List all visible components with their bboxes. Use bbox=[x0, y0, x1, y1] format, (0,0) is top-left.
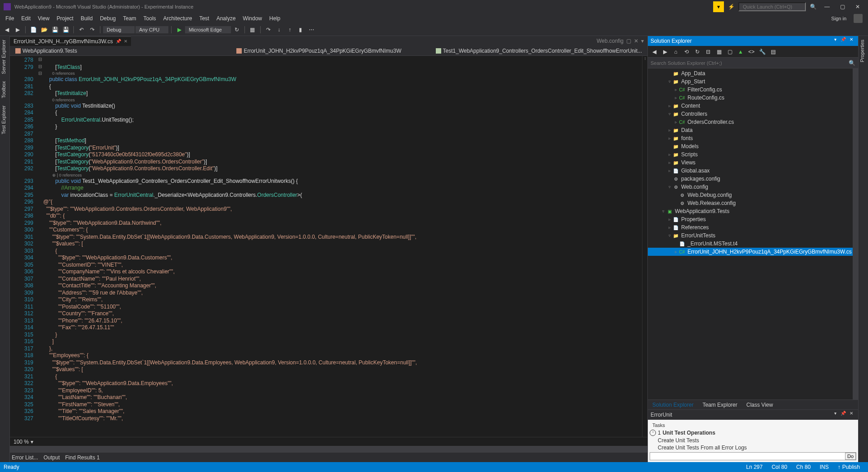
tree-item[interactable]: ▹C#FilterConfig.cs bbox=[648, 86, 858, 94]
menu-project[interactable]: Project bbox=[53, 14, 77, 23]
menu-build[interactable]: Build bbox=[77, 14, 96, 23]
tree-item[interactable]: ▹📁Data bbox=[648, 126, 858, 134]
menu-analyze[interactable]: Analyze bbox=[213, 14, 240, 23]
window-dropdown-icon[interactable]: ▾ bbox=[831, 37, 839, 45]
minimize-button[interactable]: — bbox=[820, 1, 834, 12]
menu-team[interactable]: Team bbox=[119, 14, 140, 23]
close-icon[interactable]: ✕ bbox=[847, 411, 855, 419]
se-view-icon[interactable]: ▤ bbox=[769, 47, 778, 56]
do-button[interactable]: Do bbox=[845, 453, 856, 460]
code-editor[interactable]: [TestClass] 0 references public class Er… bbox=[43, 56, 642, 437]
tree-item[interactable]: ▹📄Properties bbox=[648, 215, 858, 223]
side-tab-test-explorer[interactable]: Test Explorer bbox=[0, 102, 9, 138]
tab-close-icon[interactable]: ✕ bbox=[634, 38, 638, 44]
save-button[interactable]: 💾 bbox=[50, 25, 60, 35]
search-icon[interactable]: 🔍 bbox=[849, 60, 855, 66]
step-over-icon[interactable]: ↷ bbox=[263, 25, 273, 35]
menu-edit[interactable]: Edit bbox=[18, 14, 34, 23]
tree-item[interactable]: ⚙Web.Release.config bbox=[648, 199, 858, 207]
user-avatar-icon[interactable] bbox=[854, 14, 863, 23]
task-item-create[interactable]: Create Unit Tests bbox=[650, 437, 856, 444]
method-dropdown[interactable]: Test1_WebApplication9_Controllers_Orders… bbox=[432, 47, 646, 55]
menu-test[interactable]: Test bbox=[196, 14, 213, 23]
zoom-level[interactable]: 100 % bbox=[14, 439, 29, 445]
se-search-input[interactable] bbox=[651, 60, 849, 66]
quick-launch-input[interactable] bbox=[738, 2, 806, 11]
class-dropdown[interactable]: ErrorUnit_JOHN_H2kvP9Pouz1qA_34PpKGiEGry… bbox=[233, 47, 405, 55]
window-dropdown-icon[interactable]: ▾ bbox=[831, 411, 839, 419]
tree-item[interactable]: ▿📁App_Start bbox=[648, 77, 858, 86]
tb-icon-2[interactable]: ⋯ bbox=[307, 25, 316, 35]
output-tab-error-list---[interactable]: Error List... bbox=[12, 454, 38, 461]
se-pending-icon[interactable]: ▲ bbox=[736, 47, 745, 56]
browser-dropdown[interactable]: Microsoft Edge bbox=[185, 26, 231, 33]
tree-item[interactable]: ▹📄References bbox=[648, 223, 858, 231]
sign-in-link[interactable]: Sign in bbox=[831, 16, 850, 21]
refresh-icon[interactable]: ↻ bbox=[232, 25, 242, 35]
split-arrow-icon[interactable]: ↕ bbox=[642, 56, 647, 61]
tree-item[interactable]: ▹📁Scripts bbox=[648, 150, 858, 159]
tree-item[interactable]: ▹C#OrdersController.cs bbox=[648, 118, 858, 126]
step-out-icon[interactable]: ↑ bbox=[285, 25, 295, 35]
tree-item[interactable]: ⚙Web.Debug.config bbox=[648, 191, 858, 199]
feedback-icon[interactable]: ⚡ bbox=[726, 1, 737, 12]
side-tab-server-explorer[interactable]: Server Explorer bbox=[0, 36, 9, 77]
close-button[interactable]: ✕ bbox=[851, 1, 864, 12]
task-group[interactable]: ⌃ 1 Unit Test Operations bbox=[650, 429, 856, 437]
tree-item[interactable]: ▿📁ErrorUnitTests bbox=[648, 231, 858, 240]
menu-view[interactable]: View bbox=[34, 14, 53, 23]
solution-explorer-search[interactable]: 🔍 bbox=[648, 58, 858, 68]
output-tab-find-results-1[interactable]: Find Results 1 bbox=[65, 454, 100, 461]
tree-item[interactable]: ⚙packages.config bbox=[648, 175, 858, 183]
tree-item[interactable]: ▹📁Content bbox=[648, 102, 858, 110]
tab-promote-icon[interactable]: ▢ bbox=[626, 38, 631, 44]
se-tab-team-explorer[interactable]: Team Explorer bbox=[698, 400, 741, 409]
tree-item[interactable]: 📁App_Data bbox=[648, 69, 858, 77]
tree-item[interactable]: ▹📁fonts bbox=[648, 134, 858, 142]
expand-icon[interactable]: ⌃ bbox=[650, 430, 656, 436]
platform-dropdown[interactable]: Any CPU bbox=[136, 26, 168, 33]
project-dropdown[interactable]: WebApplication9.Tests bbox=[12, 47, 81, 55]
se-properties-icon[interactable]: 🔧 bbox=[758, 47, 767, 56]
menu-file[interactable]: File bbox=[2, 14, 18, 23]
se-tab-class-view[interactable]: Class View bbox=[742, 400, 778, 409]
fold-column[interactable]: ⊟⊟⊟ bbox=[37, 56, 43, 437]
start-debug-button[interactable]: ▶ bbox=[174, 25, 184, 35]
tree-item[interactable]: ▿⚙Web.config bbox=[648, 183, 858, 191]
nav-forward-button[interactable]: ▶ bbox=[13, 25, 23, 35]
nav-back-button[interactable]: ◀ bbox=[2, 25, 12, 35]
se-sync-icon[interactable]: ⟲ bbox=[682, 47, 691, 56]
notification-icon[interactable]: ▾ bbox=[713, 1, 724, 12]
se-code-icon[interactable]: <> bbox=[747, 47, 756, 56]
active-document-tab[interactable]: ErrorUnit_JOHN_H...ryGBmvfNImu3W.cs 📌 ✕ bbox=[10, 36, 131, 46]
properties-tab[interactable]: Properties bbox=[859, 36, 868, 66]
tree-scrollbar[interactable] bbox=[853, 68, 858, 399]
maximize-button[interactable]: ▢ bbox=[836, 1, 849, 12]
new-project-button[interactable]: 📄 bbox=[28, 25, 38, 35]
save-all-button[interactable]: 💾 bbox=[61, 25, 71, 35]
tab-close-icon[interactable]: ✕ bbox=[124, 39, 127, 44]
config-dropdown[interactable]: Debug bbox=[103, 26, 135, 33]
zoom-dropdown-icon[interactable]: ▾ bbox=[31, 439, 33, 445]
redo-button[interactable]: ↷ bbox=[87, 25, 97, 35]
tree-item[interactable]: ▿📁Controllers bbox=[648, 110, 858, 118]
tree-item[interactable]: 📄_ErrorUnit.MSTest.t4 bbox=[648, 240, 858, 248]
menu-help[interactable]: Help bbox=[266, 14, 284, 23]
se-preview-icon[interactable]: ▢ bbox=[725, 47, 734, 56]
bookmark-icon[interactable]: ▮ bbox=[296, 25, 306, 35]
menu-window[interactable]: Window bbox=[239, 14, 266, 23]
solution-tree[interactable]: 📁App_Data▿📁App_Start▹C#FilterConfig.cs▹C… bbox=[648, 68, 858, 399]
search-icon[interactable]: 🔍 bbox=[808, 1, 818, 12]
se-collapse-icon[interactable]: ⊟ bbox=[704, 47, 713, 56]
tree-item[interactable]: ▹C#RouteConfig.cs bbox=[648, 94, 858, 102]
publish-button[interactable]: ↑Publish bbox=[833, 464, 864, 470]
tab-pin-icon[interactable]: 📌 bbox=[116, 39, 121, 44]
tree-item[interactable]: ▿▣WebApplication9.Tests bbox=[648, 207, 858, 215]
se-fwd-icon[interactable]: ▶ bbox=[660, 47, 669, 56]
pin-icon[interactable]: 📌 bbox=[839, 411, 847, 419]
output-tab-output[interactable]: Output bbox=[44, 454, 60, 461]
tree-item[interactable]: ▹C#ErrorUnit_JOHN_H2kvP9Pouz1qA_34PpKGiE… bbox=[648, 248, 858, 256]
horizontal-scrollbar[interactable] bbox=[10, 446, 647, 452]
tb-icon-1[interactable]: ▦ bbox=[248, 25, 258, 35]
tree-item[interactable]: ▹📁Views bbox=[648, 159, 858, 167]
